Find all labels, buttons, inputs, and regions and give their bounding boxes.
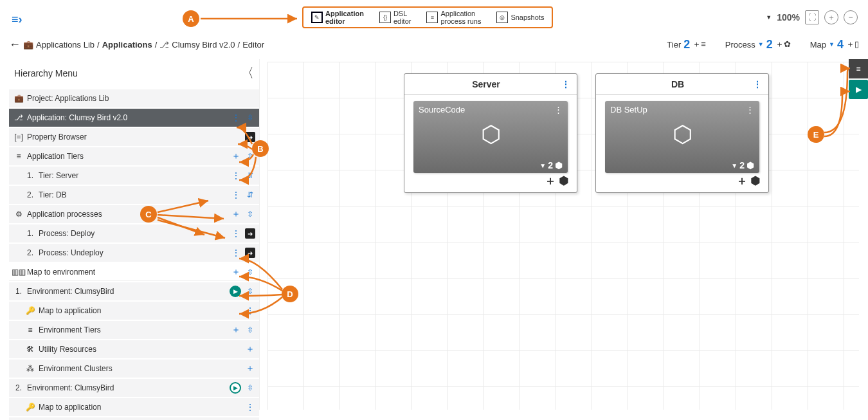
component-menu-icon[interactable]: ⋮ — [554, 105, 563, 114]
add-icon[interactable]: ＋ — [245, 363, 255, 374]
menu-toggle-icon[interactable]: ≡› — [12, 13, 23, 26]
back-arrow-icon[interactable]: ← — [9, 38, 21, 51]
breadcrumb-row: ← 💼 Applications Lib / Applications / ⎇ … — [9, 36, 859, 53]
tree-row-utilres[interactable]: 🛠Utility Resources＋ — [9, 340, 259, 358]
tree-row-envtiers2[interactable]: ≡Environment Tiers＋⇳ — [9, 417, 259, 420]
zoom-controls: ▼ 100% ⛶ ＋ − — [766, 10, 858, 24]
counter-map[interactable]: Map ▼ 4 ＋▯ — [810, 38, 859, 51]
row-label: Utility Resources — [39, 345, 96, 354]
tree-row-env1[interactable]: 1.Environment: ClumsyBird▶⇳ — [9, 282, 259, 300]
tree-row-tier1[interactable]: 1.Tier: Server⋮⇵ — [9, 167, 259, 185]
tree-row-apptiers[interactable]: ≡Application Tiers＋⇳ — [9, 147, 259, 165]
tab-snapshots[interactable]: ◎ Snapshots — [489, 9, 552, 26]
add-tier-icon[interactable]: ＋≡ — [692, 39, 706, 50]
tree-row-appproc[interactable]: ⚙Application processes＋⇳ — [9, 205, 259, 223]
breadcrumb-apps[interactable]: Applications — [102, 40, 152, 50]
tab-app-editor[interactable]: ✎ Application editor — [303, 7, 372, 28]
component-card[interactable]: SourceCode⋮⬡▼2 ⬢ — [413, 101, 568, 173]
collapse-sidebar-icon[interactable]: 〈 — [241, 64, 254, 82]
more-icon[interactable]: ⋮ — [245, 306, 255, 316]
breadcrumb-editor[interactable]: Editor — [242, 40, 264, 50]
tab-process-runs[interactable]: ≡ Application process runs — [419, 7, 489, 28]
right-panel-play-icon[interactable]: ▶ — [849, 80, 868, 99]
tree-row-env2[interactable]: 2.Environment: ClumsyBird▶⇳ — [9, 379, 259, 397]
list-icon: ≡ — [426, 12, 438, 23]
add-component[interactable]: ＋⬢ — [545, 173, 569, 188]
right-panel-menu-icon[interactable]: ≡ — [849, 59, 868, 78]
tab-label: DSL editor — [393, 10, 411, 25]
breadcrumb: ← 💼 Applications Lib / Applications / ⎇ … — [9, 38, 264, 51]
caret-down-icon: ▼ — [758, 41, 764, 48]
servers-icon: ▥▥ — [13, 268, 24, 277]
open-icon[interactable]: ➜ — [245, 132, 255, 142]
breadcrumb-root[interactable]: Applications Lib — [36, 40, 95, 50]
component-card[interactable]: DB SetUp⋮⬡▼2 ⬢ — [605, 101, 759, 173]
more-icon[interactable]: ⋮ — [231, 170, 241, 181]
fit-screen-icon[interactable]: ⛶ — [805, 10, 819, 24]
add-component[interactable]: ＋⬢ — [736, 173, 761, 188]
add-process-icon[interactable]: ＋✿ — [775, 39, 791, 50]
key-icon: 🔑 — [24, 306, 36, 315]
add-icon[interactable]: ＋ — [231, 151, 241, 161]
reorder-icon[interactable]: ⇵ — [245, 170, 255, 181]
tree-row-mapenv[interactable]: ▥▥Map to environment＋⇳ — [9, 263, 259, 281]
more-icon[interactable]: ⋮ — [231, 248, 241, 258]
tree-row-envtiers1[interactable]: ≡Environment Tiers＋⇳ — [9, 321, 259, 339]
briefcase-icon: 💼 — [13, 94, 24, 103]
component-title: SourceCode — [419, 105, 465, 114]
counter-tier[interactable]: Tier 2 ＋≡ — [667, 38, 706, 51]
row-label: Tier: DB — [39, 190, 67, 199]
add-icon[interactable]: ＋ — [245, 344, 255, 354]
tree-row-maptoapp2[interactable]: 🔑Map to application⋮ — [9, 398, 259, 416]
more-icon[interactable]: ⋮ — [231, 113, 241, 123]
counter-process[interactable]: Process ▼ 2 ＋✿ — [725, 38, 791, 51]
zoom-out-icon[interactable]: − — [844, 10, 858, 24]
briefcase-icon: 💼 — [23, 40, 33, 50]
component-menu-icon[interactable]: ⋮ — [746, 105, 754, 114]
more-icon[interactable]: ⋮ — [231, 190, 241, 200]
collapse-icon[interactable]: ⇳ — [245, 383, 255, 393]
callout-c: C — [140, 206, 157, 223]
add-map-icon[interactable]: ＋▯ — [846, 39, 859, 50]
breadcrumb-app[interactable]: Clumsy Bird v2.0 — [172, 40, 235, 50]
collapse-icon[interactable]: ⇳ — [245, 209, 255, 219]
editor-canvas[interactable]: Server⋮SourceCode⋮⬡▼2 ⬢＋⬢DB⋮DB SetUp⋮⬡▼2… — [267, 62, 859, 410]
collapse-icon[interactable]: ⇳ — [245, 286, 255, 297]
top-toolbar: ≡› ✎ Application editor {} DSL editor ≡ … — [0, 0, 868, 32]
tree-row-proc1[interactable]: 1.Process: Deploy⋮➜ — [9, 224, 259, 242]
open-icon[interactable]: ➜ — [245, 248, 255, 258]
tree-row-propbrowser[interactable]: [=]Property Browser➜ — [9, 128, 259, 146]
add-icon[interactable]: ＋ — [231, 209, 241, 219]
caret-down-icon[interactable]: ▼ — [766, 14, 772, 21]
more-icon[interactable]: ⋮ — [231, 228, 241, 239]
tier-card-server[interactable]: Server⋮SourceCode⋮⬡▼2 ⬢＋⬢ — [404, 73, 577, 193]
more-icon[interactable]: ⋮ — [245, 402, 255, 412]
play-icon[interactable]: ▶ — [230, 286, 241, 297]
counters: Tier 2 ＋≡ Process ▼ 2 ＋✿ Map ▼ 4 ＋▯ — [667, 38, 859, 51]
tree-row-proc2[interactable]: 2.Process: Undeploy⋮➜ — [9, 244, 259, 262]
tree-row-envclusters[interactable]: ⁂Environment Clusters＋ — [9, 360, 259, 378]
tab-label: Snapshots — [511, 14, 544, 21]
tree-row-tier2[interactable]: 2.Tier: DB⋮⇵ — [9, 186, 259, 204]
tree-row-project[interactable]: 💼Project: Applications Lib — [9, 89, 259, 107]
add-icon[interactable]: ＋ — [231, 325, 241, 335]
tree-row-maptoapp1[interactable]: 🔑Map to application⋮ — [9, 302, 259, 320]
caret-down-icon: ▼ — [829, 41, 835, 48]
open-icon[interactable]: ➜ — [245, 228, 255, 239]
collapse-icon[interactable]: ⇳ — [245, 325, 255, 335]
card-header: Server⋮ — [404, 74, 577, 95]
play-icon[interactable]: ▶ — [230, 382, 241, 394]
reorder-icon[interactable]: ⇵ — [245, 190, 255, 200]
tree-row-app[interactable]: ⎇Application: Clumsy Bird v2.0⋮⇳ — [9, 109, 259, 127]
row-label: Application Tiers — [27, 152, 84, 161]
card-menu-icon[interactable]: ⋮ — [561, 79, 570, 89]
tab-label: Application editor — [325, 10, 364, 25]
card-title: Server — [411, 79, 561, 89]
add-icon[interactable]: ＋ — [231, 267, 241, 277]
collapse-icon[interactable]: ⇳ — [245, 113, 255, 123]
zoom-in-icon[interactable]: ＋ — [824, 10, 838, 24]
tab-dsl-editor[interactable]: {} DSL editor — [372, 7, 419, 28]
card-menu-icon[interactable]: ⋮ — [753, 79, 762, 89]
tier-card-db[interactable]: DB⋮DB SetUp⋮⬡▼2 ⬢＋⬢ — [595, 73, 769, 193]
collapse-icon[interactable]: ⇳ — [245, 267, 255, 277]
